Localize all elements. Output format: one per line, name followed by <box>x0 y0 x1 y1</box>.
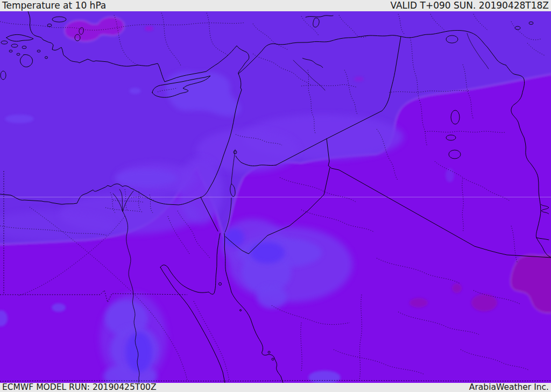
weather-map <box>0 11 551 383</box>
header-bar: Temperature at 10 hPa VALID T+090 SUN. 2… <box>0 0 551 11</box>
model-run-label: ECMWF MODEL RUN: 20190425T00Z <box>2 383 157 392</box>
valid-time-label: VALID T+090 SUN. 20190428T18Z <box>390 0 549 11</box>
footer-bar: ECMWF MODEL RUN: 20190425T00Z ArabiaWeat… <box>0 383 551 392</box>
page-title: Temperature at 10 hPa <box>2 0 106 11</box>
weather-app-screen: Temperature at 10 hPa VALID T+090 SUN. 2… <box>0 0 551 392</box>
credit-label: ArabiaWeather Inc. <box>469 383 549 392</box>
